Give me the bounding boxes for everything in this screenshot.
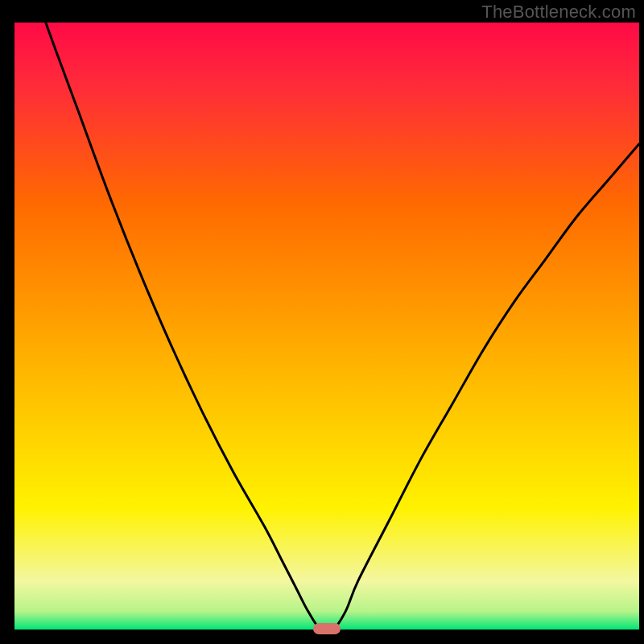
- gradient-background: [14, 23, 639, 630]
- optimal-marker: [313, 623, 341, 634]
- watermark-text: TheBottleneck.com: [481, 2, 636, 23]
- chart-canvas: [0, 0, 644, 644]
- bottleneck-chart: TheBottleneck.com: [0, 0, 644, 644]
